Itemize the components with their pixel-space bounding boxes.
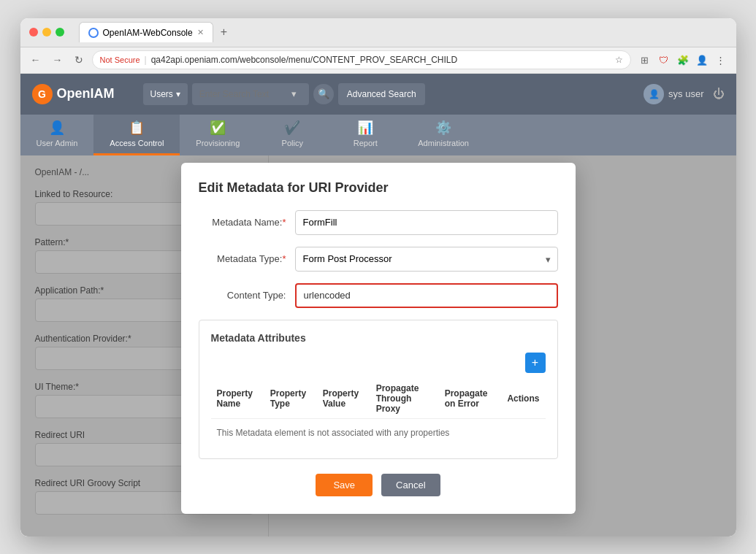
reload-button[interactable]: ↻ [72,53,86,67]
app-header: G OpenIAM Users ▾ ▾ 🔍 Advanced Search 👤 [20,74,736,115]
traffic-lights [29,28,64,36]
title-bar: OpenIAM-WebConsole ✕ + [20,18,736,47]
puzzle-icon[interactable]: 🧩 [675,52,691,68]
metadata-name-label: Metadata Name:* [199,217,286,228]
save-button[interactable]: Save [316,474,373,496]
provisioning-icon: ✅ [210,120,226,136]
browser-tab[interactable]: OpenIAM-WebConsole ✕ [79,22,213,42]
nav-item-access-control[interactable]: 📋 Access Control [93,115,180,155]
table-header-row: Property Name Property Type Property Val… [211,379,546,419]
minimize-button[interactable] [42,28,51,36]
metadata-type-label: Metadata Type:* [199,253,286,264]
cancel-button[interactable]: Cancel [381,474,440,496]
not-secure-label: Not Secure [100,55,140,64]
col-property-value: Property Value [317,379,370,419]
address-bar: ← → ↻ Not Secure | qa42api.openiam.com/w… [20,47,736,74]
nav-label-policy: Policy [282,139,303,147]
nav-item-administration[interactable]: ⚙️ Administration [402,115,485,155]
metadata-type-select-wrapper: Form Post Processor Other ▾ [295,247,558,272]
menu-icon[interactable]: ⋮ [713,52,729,68]
maximize-button[interactable] [56,28,64,36]
metadata-name-input[interactable] [295,210,558,235]
nav-item-policy[interactable]: ✔️ Policy [256,115,329,155]
nav-label-access-control: Access Control [110,139,164,147]
nav-item-provisioning[interactable]: ✅ Provisioning [180,115,256,155]
tab-bar: OpenIAM-WebConsole ✕ + [79,22,728,42]
url-bar[interactable]: Not Secure | qa42api.openiam.com/webcons… [92,50,631,69]
nav-item-report[interactable]: 📊 Report [329,115,402,155]
col-property-name: Property Name [211,379,264,419]
user-name: sys user [668,88,703,99]
metadata-attributes-section: Metadata Attributes + Property Name Prop… [199,320,558,459]
add-property-button[interactable]: + [525,353,546,373]
extensions-icon[interactable]: ⊞ [637,52,653,68]
administration-icon: ⚙️ [435,120,451,136]
app-content: G OpenIAM Users ▾ ▾ 🔍 Advanced Search 👤 [20,74,736,536]
report-icon: 📊 [357,120,373,136]
new-tab-button[interactable]: + [216,26,232,39]
modal-title: Edit Metadata for URI Provider [199,180,558,196]
tab-close-icon[interactable]: ✕ [197,28,204,37]
search-type-dropdown[interactable]: Users ▾ [143,83,188,105]
content-type-label: Content Type: [199,290,286,301]
col-propagate-proxy: Propagate Through Proxy [370,379,439,419]
back-button[interactable]: ← [28,53,44,67]
nav-item-user-admin[interactable]: 👤 User Admin [20,115,94,155]
no-data-row: This Metadata element is not associated … [211,418,546,447]
header-right: 👤 sys user ⏻ [644,84,724,104]
tab-title: OpenIAM-WebConsole [103,28,193,38]
shield-icon[interactable]: 🛡 [656,52,672,68]
content-type-input[interactable] [295,283,558,308]
forward-button[interactable]: → [50,53,66,67]
nav-label-user-admin: User Admin [37,139,78,147]
nav-label-provisioning: Provisioning [196,139,240,147]
search-type-label: Users [150,89,173,99]
metadata-attributes-title: Metadata Attributes [211,332,546,344]
bookmark-icon[interactable]: ☆ [615,55,623,65]
access-control-icon: 📋 [129,120,145,136]
modal-overlay: Edit Metadata for URI Provider Metadata … [20,155,736,536]
user-info: 👤 sys user [644,84,703,104]
search-button[interactable]: 🔍 [313,84,334,104]
user-avatar: 👤 [644,84,664,104]
tab-favicon [88,28,99,38]
metadata-type-group: Metadata Type:* Form Post Processor Othe… [199,247,558,272]
content-type-group: Content Type: [199,283,558,308]
metadata-type-select[interactable]: Form Post Processor Other [295,247,558,272]
attributes-table: Property Name Property Type Property Val… [211,379,546,447]
search-input[interactable] [199,89,287,99]
policy-icon: ✔️ [284,120,300,136]
browser-window: OpenIAM-WebConsole ✕ + ← → ↻ Not Secure … [20,18,736,536]
nav-label-administration: Administration [418,139,469,147]
power-button[interactable]: ⏻ [713,88,725,101]
edit-metadata-modal: Edit Metadata for URI Provider Metadata … [181,163,576,514]
col-propagate-error: Propagate on Error [439,379,502,419]
svg-point-0 [90,29,97,36]
nav-label-report: Report [354,139,378,147]
app-logo: G OpenIAM [32,84,134,104]
main-area: OpenIAM - /... Linked to Resource: Patte… [20,155,736,536]
dropdown-arrow-icon: ▾ [291,88,297,99]
metadata-name-group: Metadata Name:* [199,210,558,235]
dropdown-arrow-icon: ▾ [176,89,180,99]
logo-icon: G [32,84,53,104]
advanced-search-button[interactable]: Advanced Search [338,83,425,105]
user-admin-icon: 👤 [49,120,65,136]
url-divider: | [145,55,147,65]
modal-footer: Save Cancel [199,474,558,496]
logo-letter: G [38,88,46,100]
search-row: Users ▾ ▾ 🔍 Advanced Search [143,83,635,105]
add-btn-row: + [211,353,546,373]
close-button[interactable] [29,28,38,36]
no-data-message: This Metadata element is not associated … [211,418,546,447]
nav-bar: 👤 User Admin 📋 Access Control ✅ Provisio… [20,115,736,155]
logo-text: OpenIAM [57,86,115,101]
profile-icon[interactable]: 👤 [694,52,710,68]
toolbar-icons: ⊞ 🛡 🧩 👤 ⋮ [637,52,729,68]
col-actions: Actions [501,379,545,419]
col-property-type: Property Type [264,379,317,419]
search-input-wrapper: ▾ [192,83,309,105]
url-text: qa42api.openiam.com/webconsole/menu/CONT… [151,55,611,65]
